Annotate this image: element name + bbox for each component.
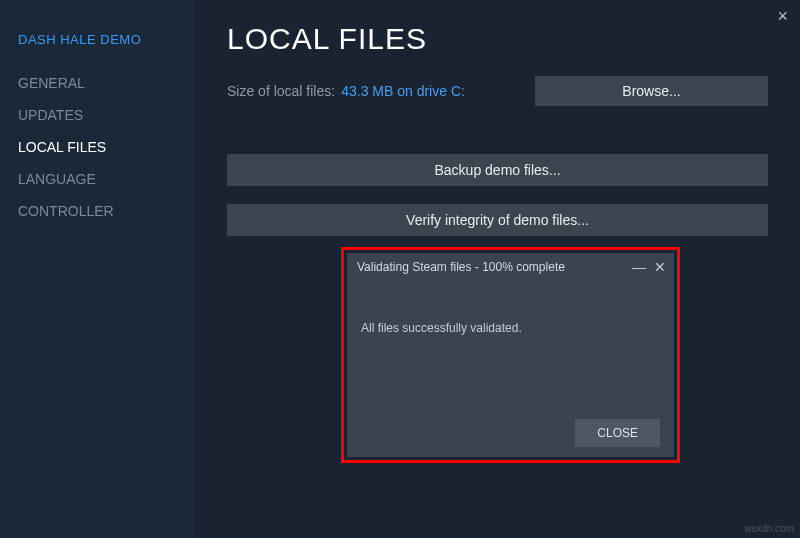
dialog-close-icon[interactable]: ✕ [654,260,666,274]
page-title: LOCAL FILES [227,22,768,56]
nav-item-local-files[interactable]: LOCAL FILES [18,139,195,155]
close-button[interactable]: CLOSE [575,419,660,447]
dialog-window-controls: — ✕ [632,260,666,274]
size-label: Size of local files: [227,83,335,99]
dialog-highlight: Validating Steam files - 100% complete —… [341,247,680,463]
dialog-message: All files successfully validated. [361,321,660,335]
dialog-body: All files successfully validated. CLOSE [347,281,674,457]
sidebar: DASH HALE DEMO GENERAL UPDATES LOCAL FIL… [0,0,195,538]
minimize-icon[interactable]: — [632,260,646,274]
size-value[interactable]: 43.3 MB on drive C: [341,83,465,99]
dialog-footer: CLOSE [361,419,660,447]
nav-item-updates[interactable]: UPDATES [18,107,195,123]
browse-button[interactable]: Browse... [535,76,768,106]
verify-button[interactable]: Verify integrity of demo files... [227,204,768,236]
nav-item-controller[interactable]: CONTROLLER [18,203,195,219]
size-row: Size of local files: 43.3 MB on drive C:… [227,76,768,106]
app-title: DASH HALE DEMO [18,32,195,47]
watermark: wsxdn.com [744,523,794,534]
dialog-titlebar: Validating Steam files - 100% complete —… [347,253,674,281]
dialog-title: Validating Steam files - 100% complete [357,260,565,274]
nav-item-general[interactable]: GENERAL [18,75,195,91]
validation-dialog: Validating Steam files - 100% complete —… [347,253,674,457]
backup-button[interactable]: Backup demo files... [227,154,768,186]
nav-item-language[interactable]: LANGUAGE [18,171,195,187]
